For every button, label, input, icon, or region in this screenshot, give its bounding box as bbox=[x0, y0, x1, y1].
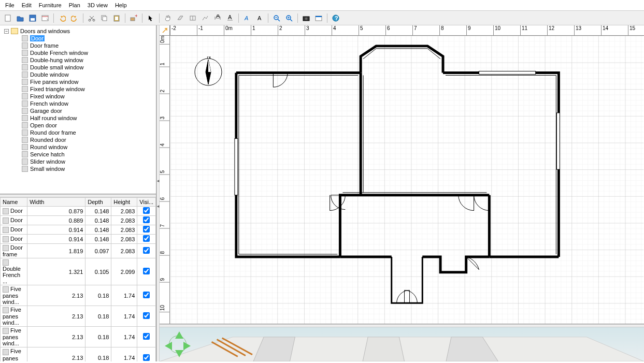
help-button[interactable]: ? bbox=[330, 12, 341, 24]
create-rooms-tool[interactable] bbox=[187, 12, 198, 24]
column-header[interactable]: Width bbox=[27, 198, 85, 207]
menu-help[interactable]: Help bbox=[112, 1, 130, 9]
column-header[interactable]: Height bbox=[111, 198, 137, 207]
catalog-item[interactable]: Fixed triangle window bbox=[21, 85, 154, 93]
column-header[interactable]: Depth bbox=[85, 198, 111, 207]
catalog-item[interactable]: Round door frame bbox=[21, 129, 154, 136]
preferences-button[interactable] bbox=[39, 12, 51, 24]
photo-button[interactable] bbox=[300, 12, 312, 24]
visible-checkbox[interactable] bbox=[143, 268, 150, 274]
catalog-item[interactable]: Rounded door bbox=[21, 136, 154, 143]
table-row[interactable]: Five panes wind...2.130.181.74 bbox=[1, 285, 156, 306]
cell-visible[interactable] bbox=[137, 216, 156, 225]
cell-width: 1.321 bbox=[27, 258, 85, 285]
catalog-item[interactable]: Small window bbox=[21, 165, 154, 172]
visible-checkbox[interactable] bbox=[143, 207, 150, 214]
cell-visible[interactable] bbox=[137, 225, 156, 235]
text-style-tool[interactable]: A bbox=[241, 12, 253, 24]
catalog-item[interactable]: Garage door bbox=[21, 107, 154, 114]
catalog-item[interactable]: Service hatch bbox=[21, 151, 154, 158]
nav-down-icon[interactable] bbox=[175, 350, 183, 357]
visible-checkbox[interactable] bbox=[143, 247, 150, 254]
catalog-item[interactable]: Double small window bbox=[21, 64, 154, 71]
cell-visible[interactable] bbox=[137, 306, 156, 327]
3d-navigation-widget[interactable] bbox=[165, 331, 191, 357]
menu-edit[interactable]: Edit bbox=[19, 1, 35, 9]
create-polylines-tool[interactable] bbox=[199, 12, 211, 24]
visible-checkbox[interactable] bbox=[143, 354, 150, 361]
visible-checkbox[interactable] bbox=[143, 226, 150, 233]
visible-checkbox[interactable] bbox=[143, 292, 150, 298]
cell-visible[interactable] bbox=[137, 235, 156, 244]
catalog-item[interactable]: Half round window bbox=[21, 114, 154, 122]
catalog-item[interactable]: Door frame bbox=[21, 42, 154, 49]
nav-right-icon[interactable] bbox=[183, 342, 191, 350]
menu-plan[interactable]: Plan bbox=[66, 1, 83, 9]
pan-tool[interactable] bbox=[162, 12, 174, 24]
furniture-list[interactable]: NameWidthDepthHeightVisi... Door0.8790.1… bbox=[0, 197, 156, 361]
copy-button[interactable] bbox=[98, 12, 110, 24]
create-video-button[interactable] bbox=[313, 12, 324, 24]
cut-button[interactable] bbox=[86, 12, 97, 24]
column-header[interactable]: Name bbox=[1, 198, 27, 207]
cell-visible[interactable] bbox=[137, 347, 156, 361]
catalog-category[interactable]: − Doors and windows bbox=[4, 27, 154, 35]
catalog-item[interactable]: Double window bbox=[21, 71, 154, 78]
visible-checkbox[interactable] bbox=[143, 235, 150, 242]
catalog-item[interactable]: French window bbox=[21, 100, 154, 107]
catalog-item[interactable]: Double French window bbox=[21, 49, 154, 56]
table-row[interactable]: Five panes wind...2.130.181.74 bbox=[1, 327, 156, 347]
cell-visible[interactable] bbox=[137, 207, 156, 216]
new-button[interactable] bbox=[2, 12, 13, 24]
table-row[interactable]: Door frame1.8190.0972.083 bbox=[1, 244, 156, 258]
create-dimensions-tool[interactable]: A bbox=[212, 12, 223, 24]
plan-view[interactable]: -2-10m123456789101112131415 0m1234567891… bbox=[160, 25, 644, 324]
catalog-item[interactable]: Fixed window bbox=[21, 93, 154, 100]
plan-canvas[interactable] bbox=[170, 36, 644, 324]
zoom-out-button[interactable] bbox=[271, 12, 282, 24]
redo-button[interactable] bbox=[69, 12, 80, 24]
table-row[interactable]: Door0.9140.1482.083 bbox=[1, 225, 156, 235]
menu-file[interactable]: File bbox=[2, 1, 18, 9]
furniture-catalog[interactable]: − Doors and windows DoorDoor frameDouble… bbox=[0, 25, 156, 194]
catalog-item[interactable]: Door bbox=[21, 35, 154, 42]
paste-button[interactable] bbox=[111, 12, 122, 24]
cell-visible[interactable] bbox=[137, 285, 156, 306]
nav-up-icon[interactable] bbox=[175, 331, 183, 339]
catalog-item[interactable]: Five panes window bbox=[21, 78, 154, 85]
create-text-tool[interactable]: A bbox=[224, 12, 236, 24]
catalog-item[interactable]: Slider window bbox=[21, 158, 154, 165]
create-walls-tool[interactable] bbox=[175, 12, 186, 24]
open-button[interactable] bbox=[15, 12, 26, 24]
cell-visible[interactable] bbox=[137, 258, 156, 285]
save-button[interactable] bbox=[27, 12, 38, 24]
column-header[interactable]: Visi... bbox=[137, 198, 156, 207]
collapse-icon[interactable]: − bbox=[4, 29, 9, 34]
table-row[interactable]: Double French ...1.3210.1052.099 bbox=[1, 258, 156, 285]
visible-checkbox[interactable] bbox=[143, 312, 150, 319]
add-furniture-button[interactable]: + bbox=[128, 12, 139, 24]
visible-checkbox[interactable] bbox=[143, 216, 150, 223]
cell-visible[interactable] bbox=[137, 327, 156, 347]
undo-button[interactable] bbox=[56, 12, 68, 24]
3d-view[interactable] bbox=[160, 327, 644, 361]
text-plain-tool[interactable]: A bbox=[254, 12, 265, 24]
visible-checkbox[interactable] bbox=[143, 333, 150, 340]
compass[interactable]: N bbox=[193, 56, 224, 88]
table-row[interactable]: Five panes wind...2.130.181.74 bbox=[1, 306, 156, 327]
menu-furniture[interactable]: Furniture bbox=[36, 1, 65, 9]
table-row[interactable]: Door0.9140.1482.083 bbox=[1, 235, 156, 244]
zoom-in-button[interactable] bbox=[283, 12, 295, 24]
menu-3d-view[interactable]: 3D view bbox=[84, 1, 111, 9]
catalog-item-label: Small window bbox=[30, 166, 65, 172]
select-tool[interactable] bbox=[145, 12, 156, 24]
table-row[interactable]: Five panes wind...2.130.181.74 bbox=[1, 347, 156, 361]
table-row[interactable]: Door0.8890.1482.083 bbox=[1, 216, 156, 225]
cell-depth: 0.18 bbox=[85, 327, 111, 347]
nav-left-icon[interactable] bbox=[165, 342, 172, 350]
catalog-item[interactable]: Double-hung window bbox=[21, 56, 154, 64]
cell-visible[interactable] bbox=[137, 244, 156, 258]
catalog-item[interactable]: Round window bbox=[21, 143, 154, 151]
catalog-item[interactable]: Open door bbox=[21, 122, 154, 129]
table-row[interactable]: Door0.8790.1482.083 bbox=[1, 207, 156, 216]
